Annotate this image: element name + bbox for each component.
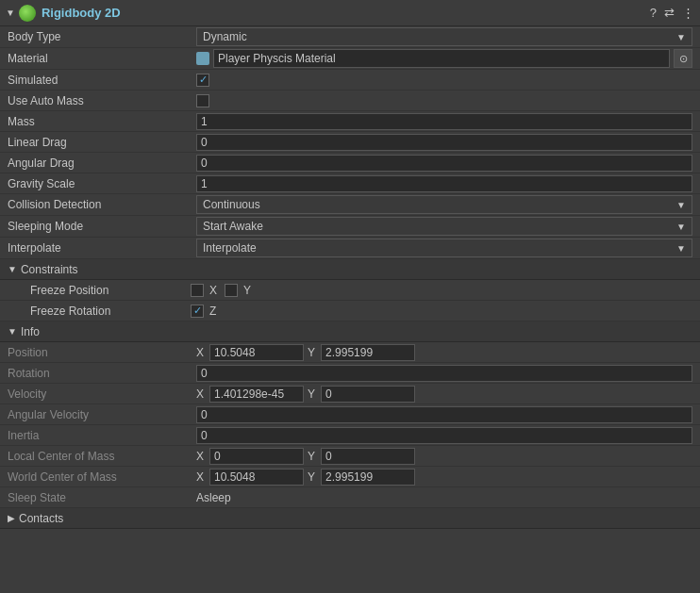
position-y-label: Y	[308, 346, 315, 359]
info-section-header[interactable]: ▼ Info	[0, 321, 700, 342]
contacts-row[interactable]: ▶ Contacts	[0, 508, 700, 529]
angular-velocity-value	[196, 406, 692, 423]
inertia-value	[196, 427, 692, 444]
inertia-input[interactable]	[196, 427, 692, 444]
local-com-y-label: Y	[308, 450, 315, 463]
body-type-dropdown[interactable]: Dynamic ▼	[196, 27, 692, 46]
use-auto-mass-label: Use Auto Mass	[8, 94, 196, 107]
freeze-rotation-label: Freeze Rotation	[30, 305, 191, 318]
linear-drag-value	[196, 134, 692, 151]
velocity-x-label: X	[196, 387, 204, 401]
y-label: Y	[243, 284, 251, 297]
material-icon	[196, 52, 209, 65]
local-com-x-label: X	[196, 450, 204, 463]
mass-label: Mass	[8, 115, 196, 128]
velocity-value: X Y	[196, 386, 692, 403]
linear-drag-input[interactable]	[196, 134, 692, 151]
interpolate-value: Interpolate ▼	[196, 239, 692, 257]
sleeping-mode-row: Sleeping Mode Start Awake ▼	[0, 216, 700, 238]
freeze-position-y-checkbox[interactable]	[225, 284, 238, 297]
sleep-state-row: Sleep State Asleep	[0, 487, 700, 508]
linear-drag-label: Linear Drag	[8, 136, 196, 149]
rotation-input[interactable]	[196, 365, 692, 382]
freeze-position-row: Freeze Position X Y	[0, 280, 700, 301]
interpolate-row: Interpolate Interpolate ▼	[0, 238, 700, 259]
layout-button[interactable]: ⇄	[664, 6, 675, 20]
component-title: Rigidbody 2D	[42, 6, 650, 20]
sleeping-mode-value: Start Awake ▼	[196, 217, 692, 236]
material-field-row: ⊙	[196, 49, 692, 68]
material-select-button[interactable]: ⊙	[674, 49, 692, 68]
body-type-row: Body Type Dynamic ▼	[0, 26, 700, 48]
info-section-label: Info	[21, 325, 40, 338]
position-x-input[interactable]	[209, 344, 304, 361]
mass-row: Mass	[0, 111, 700, 132]
x-label: X	[209, 284, 217, 297]
local-com-x-input[interactable]	[209, 448, 304, 465]
menu-button[interactable]: ⋮	[682, 6, 694, 20]
rotation-label: Rotation	[8, 367, 196, 380]
angular-velocity-input[interactable]	[196, 406, 692, 423]
world-com-y-label: Y	[308, 470, 315, 484]
world-center-of-mass-row: World Center of Mass X Y	[0, 467, 700, 487]
rotation-value	[196, 365, 692, 382]
sleeping-mode-dropdown[interactable]: Start Awake ▼	[196, 217, 692, 236]
use-auto-mass-checkbox[interactable]	[196, 94, 209, 107]
contacts-label: Contacts	[19, 512, 63, 525]
material-input[interactable]	[213, 49, 670, 68]
local-com-y-input[interactable]	[321, 448, 415, 465]
velocity-label: Velocity	[8, 387, 196, 401]
velocity-row: Velocity X Y	[0, 384, 700, 404]
constraints-section-header[interactable]: ▼ Constraints	[0, 259, 700, 280]
simulated-checkbox[interactable]	[196, 74, 209, 87]
angular-drag-input[interactable]	[196, 155, 692, 172]
mass-input[interactable]	[196, 113, 692, 130]
angular-velocity-label: Angular Velocity	[8, 408, 196, 421]
collision-detection-value: Continuous ▼	[196, 195, 692, 214]
z-label: Z	[209, 305, 216, 318]
interpolate-dropdown[interactable]: Interpolate ▼	[196, 239, 692, 257]
freeze-rotation-values: Z	[191, 305, 218, 318]
velocity-y-input[interactable]	[321, 386, 415, 403]
linear-drag-row: Linear Drag	[0, 132, 700, 153]
use-auto-mass-row: Use Auto Mass	[0, 91, 700, 111]
help-button[interactable]: ?	[650, 6, 657, 20]
angular-drag-label: Angular Drag	[8, 156, 196, 170]
use-auto-mass-value	[196, 94, 692, 107]
body-type-value: Dynamic ▼	[196, 27, 692, 46]
world-center-of-mass-value: X Y	[196, 469, 692, 486]
position-row: Position X Y	[0, 342, 700, 363]
collision-detection-row: Collision Detection Continuous ▼	[0, 194, 700, 216]
chevron-down-icon: ▼	[676, 200, 686, 210]
material-label: Material	[8, 52, 196, 65]
sleep-state-label: Sleep State	[8, 491, 196, 504]
freeze-rotation-z-checkbox[interactable]	[191, 305, 204, 318]
position-label: Position	[8, 346, 196, 359]
constraints-collapse-arrow: ▼	[8, 264, 17, 274]
velocity-x-input[interactable]	[209, 386, 304, 403]
world-com-x-label: X	[196, 470, 204, 484]
material-value: ⊙	[196, 49, 692, 68]
local-center-of-mass-value: X Y	[196, 448, 692, 465]
position-y-input[interactable]	[321, 344, 415, 361]
gravity-scale-value	[196, 175, 692, 192]
world-center-of-mass-label: World Center of Mass	[8, 470, 196, 484]
inertia-label: Inertia	[8, 429, 196, 442]
interpolate-label: Interpolate	[8, 241, 196, 255]
gravity-scale-label: Gravity Scale	[8, 177, 196, 190]
gravity-scale-input[interactable]	[196, 175, 692, 192]
collapse-arrow[interactable]: ▼	[6, 8, 15, 18]
contacts-expand-arrow: ▶	[8, 513, 15, 523]
local-center-of-mass-row: Local Center of Mass X Y	[0, 446, 700, 467]
collision-detection-dropdown[interactable]: Continuous ▼	[196, 195, 692, 214]
simulated-row: Simulated	[0, 70, 700, 91]
freeze-position-x-checkbox[interactable]	[191, 284, 204, 297]
sleep-state-value: Asleep	[196, 491, 692, 504]
freeze-rotation-row: Freeze Rotation Z	[0, 301, 700, 321]
world-com-x-input[interactable]	[209, 469, 304, 486]
world-com-y-input[interactable]	[321, 469, 415, 486]
body-type-label: Body Type	[8, 30, 196, 43]
sleeping-mode-label: Sleeping Mode	[8, 220, 196, 233]
local-center-of-mass-label: Local Center of Mass	[8, 450, 196, 463]
constraints-section-label: Constraints	[21, 263, 78, 276]
